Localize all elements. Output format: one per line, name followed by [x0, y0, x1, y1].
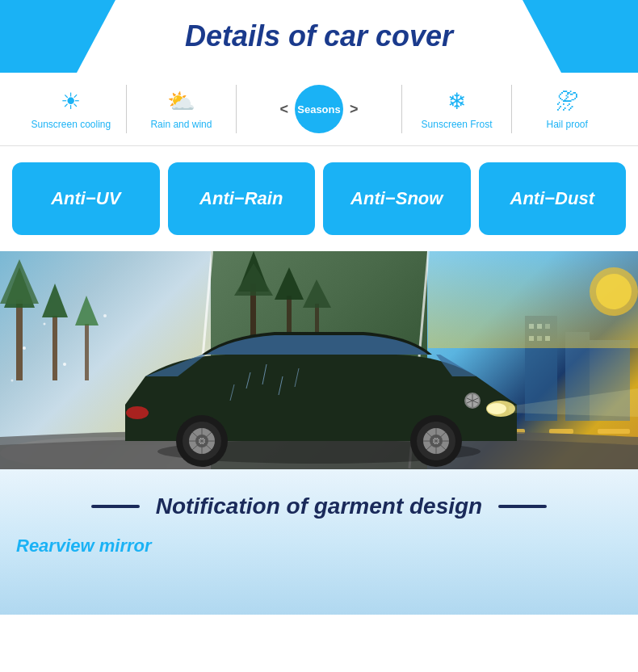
hail-proof-icon: ⛈ — [556, 88, 578, 115]
car-image-section — [0, 251, 638, 469]
svg-marker-6 — [75, 296, 99, 326]
seasons-right-arrow[interactable]: > — [350, 101, 359, 118]
seasons-badge[interactable]: Seasons — [295, 85, 343, 133]
svg-point-39 — [126, 406, 149, 419]
feature-sunscreen-cooling: ☀ Sunscreen cooling — [16, 88, 126, 130]
feature-rain-wind: ⛅ Rain and wind — [127, 88, 237, 130]
sunscreen-cooling-label: Sunscreen cooling — [31, 119, 111, 130]
rain-wind-icon: ⛅ — [167, 88, 195, 115]
svg-rect-23 — [598, 429, 630, 434]
sunscreen-cooling-icon: ☀ — [61, 88, 81, 115]
feature-hail-proof: ⛈ Hail proof — [512, 88, 622, 130]
car-svg — [0, 251, 638, 469]
anti-uv-button[interactable]: Anti−UV — [12, 162, 160, 235]
feature-sunscreen-frost: ❄ Sunscreen Frost — [402, 88, 512, 130]
svg-point-9 — [23, 346, 26, 350]
rearview-label: Rearview mirror — [16, 536, 622, 556]
seasons-label: Seasons — [297, 103, 340, 116]
garment-section: Notification of garment design Rearview … — [0, 469, 638, 615]
svg-rect-5 — [85, 324, 89, 380]
seasons-left-arrow[interactable]: < — [279, 101, 288, 118]
garment-title-row: Notification of garment design — [16, 494, 622, 519]
svg-rect-22 — [549, 429, 573, 434]
seasons-nav: < Seasons > — [237, 85, 401, 133]
svg-marker-4 — [42, 284, 68, 317]
svg-point-35 — [596, 274, 632, 309]
header-trapezoid: Details of car cover — [77, 0, 561, 73]
sunscreen-frost-label: Sunscreen Frost — [422, 119, 493, 130]
anti-buttons-section: Anti−UV Anti−Rain Anti−Snow Anti−Dust — [0, 146, 638, 251]
title-dash-right — [498, 505, 547, 508]
svg-rect-3 — [52, 316, 57, 380]
features-bar: ☀ Sunscreen cooling ⛅ Rain and wind < Se… — [0, 73, 638, 146]
svg-marker-16 — [234, 263, 273, 296]
sunscreen-frost-icon: ❄ — [447, 88, 466, 115]
svg-marker-2 — [0, 259, 39, 304]
anti-dust-button[interactable]: Anti−Dust — [479, 162, 627, 235]
anti-snow-button[interactable]: Anti−Snow — [323, 162, 471, 235]
garment-title: Notification of garment design — [156, 494, 482, 519]
svg-rect-0 — [16, 300, 23, 380]
page-title: Details of car cover — [185, 19, 453, 53]
header-section: Details of car cover — [0, 0, 638, 73]
rain-wind-label: Rain and wind — [150, 119, 212, 130]
svg-point-13 — [103, 314, 107, 317]
anti-rain-button[interactable]: Anti−Rain — [168, 162, 316, 235]
title-dash-left — [91, 505, 140, 508]
svg-point-10 — [44, 323, 46, 326]
svg-point-38 — [487, 403, 506, 414]
svg-marker-20 — [303, 279, 331, 308]
svg-marker-18 — [275, 267, 304, 300]
hail-proof-label: Hail proof — [547, 119, 588, 130]
svg-point-11 — [63, 363, 66, 366]
svg-point-12 — [11, 380, 14, 382]
car-scene — [0, 251, 638, 469]
